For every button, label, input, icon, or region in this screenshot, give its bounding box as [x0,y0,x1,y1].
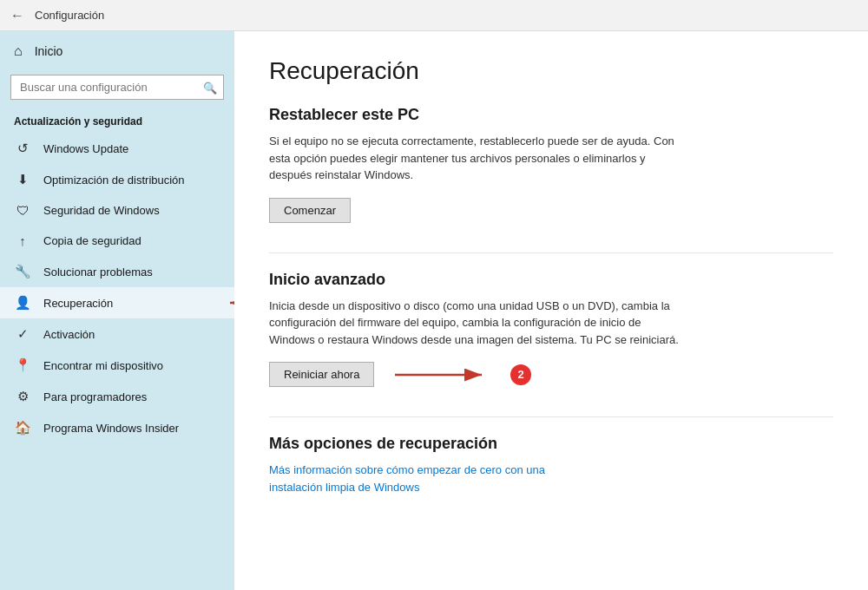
section-mas-opciones-title: Más opciones de recuperación [269,435,833,453]
section-restablecer-title: Restablecer este PC [269,106,833,124]
window-title: Configuración [35,9,104,22]
sidebar-item-insider[interactable]: 🏠 Programa Windows Insider [0,412,234,443]
insider-icon: 🏠 [14,420,31,436]
sidebar-item-recuperacion[interactable]: 👤 Recuperación [0,287,234,318]
reiniciar-ahora-button[interactable]: Reiniciar ahora [269,362,374,387]
seguridad-icon: 🛡 [14,203,31,218]
sidebar-item-windows-update[interactable]: ↺ Windows Update [0,133,234,164]
sidebar-item-label: Recuperación [43,297,113,310]
recuperacion-icon: 👤 [14,295,31,311]
activacion-icon: ✓ [14,326,31,342]
app-container: ⌂ Inicio 🔍 Actualización y seguridad ↺ W… [0,31,868,590]
copia-icon: ↑ [14,233,31,248]
mas-info-link[interactable]: Más información sobre cómo empezar de ce… [269,462,599,495]
sidebar-item-label: Solucionar problemas [43,266,153,279]
sidebar-item-label: Para programadores [43,390,147,403]
sidebar-item-label: Windows Update [43,142,128,155]
section-divider-2 [269,416,833,417]
sidebar-item-label: Optimización de distribución [43,174,185,187]
comenzar-button[interactable]: Comenzar [269,198,351,223]
page-title: Recuperación [269,57,833,85]
sidebar-item-solucionar[interactable]: 🔧 Solucionar problemas [0,256,234,287]
home-label: Inicio [35,44,63,58]
sidebar-item-label: Encontrar mi dispositivo [43,359,163,372]
sidebar-item-distribucion[interactable]: ⬇ Optimización de distribución [0,164,234,195]
sidebar-item-copia[interactable]: ↑ Copia de seguridad [0,226,234,256]
sidebar-item-label: Programa Windows Insider [43,422,179,435]
programadores-icon: ⚙ [14,389,31,404]
solucionar-icon: 🔧 [14,264,31,279]
home-icon: ⌂ [14,43,23,59]
sidebar-section-title: Actualización y seguridad [0,108,234,133]
search-box: 🔍 [10,75,224,100]
encontrar-icon: 📍 [14,357,31,373]
section-inicio-description: Inicia desde un dispositivo o disco (com… [269,298,686,349]
section-divider-1 [269,252,833,253]
search-input[interactable] [10,75,224,100]
search-icon: 🔍 [203,81,217,94]
sidebar-item-activacion[interactable]: ✓ Activación [0,318,234,350]
windows-update-icon: ↺ [14,141,31,156]
sidebar-item-label: Copia de seguridad [43,234,141,247]
sidebar-item-programadores[interactable]: ⚙ Para programadores [0,381,234,412]
distribucion-icon: ⬇ [14,172,31,187]
sidebar-item-seguridad[interactable]: 🛡 Seguridad de Windows [0,195,234,226]
back-button[interactable]: ← [10,8,24,23]
section-restablecer-description: Si el equipo no se ejecuta correctamente… [269,133,686,184]
sidebar-item-label: Activación [43,328,95,341]
section-inicio-title: Inicio avanzado [269,271,833,289]
annotation-badge-2: 2 [510,364,531,385]
title-bar: ← Configuración [0,0,868,31]
main-content: Recuperación Restablecer este PC Si el e… [234,31,868,590]
sidebar: ⌂ Inicio 🔍 Actualización y seguridad ↺ W… [0,31,234,590]
sidebar-item-label: Seguridad de Windows [43,204,160,217]
sidebar-item-home[interactable]: ⌂ Inicio [0,31,234,71]
sidebar-item-encontrar[interactable]: 📍 Encontrar mi dispositivo [0,350,234,381]
